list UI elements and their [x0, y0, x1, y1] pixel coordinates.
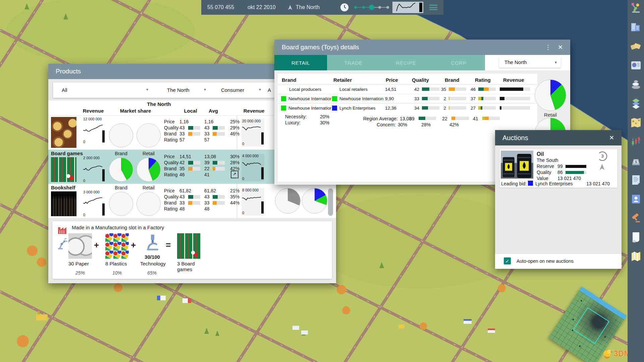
finances-icon[interactable]: $: [630, 155, 642, 167]
recipe-header: Made in a Manufacturing slot in a Factor…: [72, 225, 164, 230]
chevron-down-icon[interactable]: ▾: [259, 87, 261, 92]
brand-color-swatch: [281, 106, 286, 111]
minimap-viewport[interactable]: [573, 307, 609, 344]
auction-item-card[interactable]: Oil The South Reserve 99 Quality 86 Valu…: [500, 149, 617, 188]
concern-quality: 28%: [421, 122, 431, 127]
filter-type[interactable]: Consumer: [221, 87, 244, 93]
input-cost-share: 10%: [105, 270, 129, 276]
hud-mini-chart[interactable]: [392, 2, 423, 13]
filter-category-all[interactable]: All: [62, 87, 67, 93]
close-icon[interactable]: ✕: [558, 44, 563, 51]
region-average-label: Region Average:: [338, 116, 398, 121]
chevron-down-icon[interactable]: ▾: [204, 87, 206, 92]
revenue-sparkline: 12 000 000 0: [83, 117, 105, 144]
details-window-header[interactable]: Board games (Toys) details ⋮ ✕: [274, 40, 570, 55]
retail-row[interactable]: Newhouse International Newhouse Internat…: [278, 94, 537, 103]
auctions-window: Auctions ✕ Oil The South Reserve 99 Qual…: [495, 130, 622, 269]
time-clock-icon[interactable]: [340, 3, 349, 12]
tab-recipe[interactable]: RECIPE: [380, 55, 432, 70]
brand-color-swatch: [281, 96, 286, 101]
map-icon[interactable]: [630, 250, 642, 262]
reserve-label: Reserve: [537, 164, 554, 169]
brand-pie-label: Brand: [109, 185, 133, 190]
products-icon[interactable]: [630, 40, 642, 52]
world-map-icon[interactable]: [630, 117, 642, 129]
retail-share-pie: [137, 158, 161, 182]
minimap-buildings: [581, 300, 583, 302]
reserve-value: 99: [557, 164, 563, 169]
brand-share-pie: [109, 158, 133, 182]
value-label: Value: [537, 176, 548, 181]
date-display: okt 22 2010: [248, 4, 276, 10]
mascot-icon: [602, 349, 614, 359]
output-label: 3 Board games: [177, 261, 199, 272]
auto-open-checkbox[interactable]: ✓: [504, 257, 511, 264]
brand-share-pie: [109, 123, 133, 147]
brand-share-pie: [109, 192, 133, 216]
reports-icon[interactable]: [630, 59, 642, 71]
paper-image: [68, 233, 92, 259]
tab-corp[interactable]: CORP: [432, 55, 485, 70]
contracts-icon[interactable]: [630, 174, 642, 186]
product-name: Bookshelf: [51, 185, 75, 190]
luxury-value: 30%: [320, 120, 329, 125]
brand-pie-label: Brand: [109, 151, 133, 156]
open-details-icon[interactable]: ↗: [231, 171, 238, 178]
product-row-bookshelf[interactable]: Bookshelf 3 000 000 0 Brand Retail Price…: [48, 184, 336, 218]
region-dropdown[interactable]: The North ▾: [499, 57, 561, 68]
close-icon[interactable]: ✕: [609, 134, 614, 141]
region-average-brand: 22: [442, 116, 447, 121]
tab-trade[interactable]: TRADE: [327, 55, 380, 70]
quality-label: Quality: [537, 170, 551, 175]
region-dropdown-value: The North: [504, 59, 527, 65]
money-display: 55 070 455: [207, 4, 234, 10]
auctions-window-header[interactable]: Auctions ✕: [495, 130, 622, 145]
filter-extra[interactable]: A: [268, 87, 271, 93]
resources-icon[interactable]: [630, 78, 642, 90]
kebab-menu-icon[interactable]: ⋮: [545, 44, 551, 51]
tab-retail[interactable]: RETAIL: [274, 55, 327, 70]
retail-row[interactable]: Local producers Local retailers 14,51 42…: [278, 84, 537, 94]
location-icon: [287, 4, 293, 11]
products-scrollbar[interactable]: [328, 188, 333, 216]
col-revenue: Revenue: [503, 77, 524, 83]
table-region-header: The North: [48, 101, 270, 107]
headquarters-icon[interactable]: [630, 21, 642, 33]
auction-region: The South: [537, 158, 558, 163]
layers-icon[interactable]: [630, 98, 642, 110]
technology-microscope-icon: [144, 234, 161, 253]
game-speed-slider[interactable]: [354, 3, 386, 11]
input-label: 30 Paper: [68, 261, 95, 266]
auctions-window-title: Auctions: [502, 134, 528, 142]
col-revenue-2: Revenue: [242, 108, 266, 114]
news-icon[interactable]: [630, 231, 642, 243]
stock-market-icon[interactable]: [630, 136, 642, 148]
menu-icon[interactable]: [429, 5, 437, 10]
plus-sign: +: [131, 240, 136, 250]
value-amount: 13 021 470: [557, 176, 581, 181]
auctions-icon[interactable]: [630, 212, 642, 224]
retail-row[interactable]: Newhouse International Lynch Enterprises…: [278, 103, 537, 113]
retail-share-pie: [137, 123, 161, 147]
input-label: 8 Plastics: [105, 261, 132, 266]
robot-arm-icon: [57, 237, 68, 250]
chevron-down-icon[interactable]: ▾: [146, 87, 148, 92]
quality-value: 86: [557, 170, 563, 175]
auction-item-name: Oil: [537, 151, 544, 157]
product-name: Board games: [51, 150, 83, 156]
board-games-image: [177, 233, 201, 259]
region-display: The North: [296, 4, 320, 10]
contacts-icon[interactable]: [630, 193, 642, 205]
politics-icon[interactable]: [630, 2, 642, 14]
brand-share-pie-region2: [275, 188, 301, 214]
concern-price: 30%: [398, 122, 407, 127]
product-image: [51, 157, 76, 182]
col-brand: Brand: [282, 77, 296, 83]
goto-location-icon[interactable]: [598, 163, 606, 171]
col-avg: Avg: [203, 108, 224, 114]
col-retailer: Retailer: [333, 77, 352, 83]
filter-region[interactable]: The North: [167, 87, 190, 93]
plastics-image: [105, 233, 129, 259]
products-window-title: Products: [56, 68, 81, 75]
details-window-title: Board games (Toys) details: [282, 44, 359, 51]
